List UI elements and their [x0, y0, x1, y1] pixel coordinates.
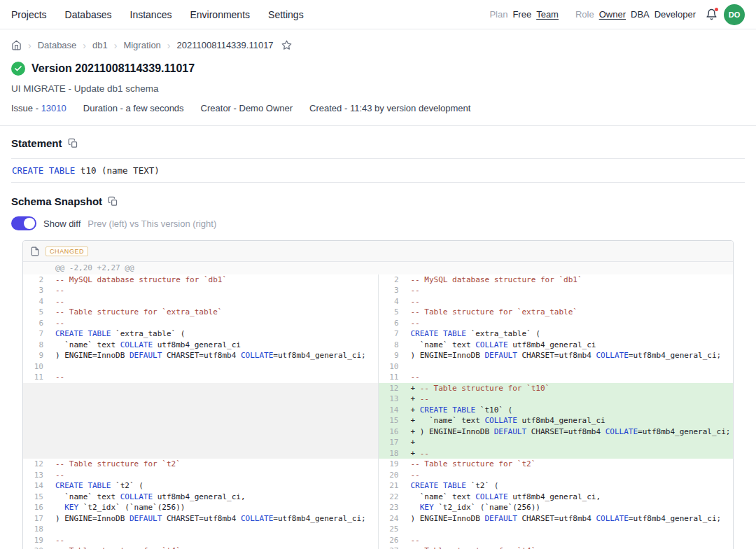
- line-number-right: 16: [379, 426, 404, 438]
- line-number-right: 20: [379, 470, 404, 481]
- diff-row: 11--11--: [23, 372, 733, 383]
- code-right: `name` text COLLATE utf8mb4_general_ci,: [404, 492, 734, 503]
- code-right: ) ENGINE=InnoDB DEFAULT CHARSET=utf8mb4 …: [404, 513, 734, 524]
- role-dba-link[interactable]: DBA: [631, 9, 650, 20]
- line-number-right: 27: [379, 545, 404, 549]
- meta-issue: Issue - 13010: [11, 103, 66, 113]
- code-left: `name` text COLLATE utf8mb4_general_ci,: [48, 492, 378, 503]
- diff-row: 1010: [23, 361, 733, 373]
- chevron-right-icon: ›: [83, 41, 86, 50]
- meta-creator: Creator - Demo Owner: [201, 103, 293, 113]
- toggle-knob: [24, 218, 35, 229]
- diff-toggle-row: Show diff Prev (left) vs This version (r…: [11, 216, 745, 230]
- diff-row: 13+ --: [23, 394, 733, 405]
- code-left: [48, 361, 378, 373]
- nav-item-projects[interactable]: Projects: [11, 9, 47, 20]
- line-number-right: 21: [379, 480, 404, 492]
- code-left: --: [48, 296, 378, 307]
- role-developer-link[interactable]: Developer: [654, 9, 696, 20]
- notification-dot: [715, 8, 718, 11]
- line-number-right: 8: [379, 340, 404, 351]
- code-left: -- Table structure for `extra_table`: [48, 307, 378, 318]
- line-number-right: 3: [379, 285, 404, 296]
- diff-rows: 2-- MySQL database structure for `db1`2-…: [23, 274, 733, 549]
- line-number-left: [23, 448, 48, 459]
- statement-heading: Statement: [11, 137, 62, 149]
- line-number-left: 15: [23, 492, 48, 503]
- nav-item-instances[interactable]: Instances: [130, 9, 172, 20]
- breadcrumb-item-2[interactable]: db1: [92, 40, 108, 50]
- nav-item-databases[interactable]: Databases: [65, 9, 112, 20]
- plan-value: Free: [512, 9, 531, 20]
- chevron-right-icon: ›: [114, 41, 118, 50]
- line-number-left: 12: [23, 459, 48, 470]
- line-number-right: 7: [379, 328, 404, 340]
- version-meta: Issue - 13010 Duration - a few seconds C…: [0, 94, 756, 125]
- diff-row: 2-- MySQL database structure for `db1`2-…: [23, 274, 733, 286]
- code-left: [48, 448, 378, 459]
- role-label: Role: [575, 9, 594, 20]
- nav-item-settings[interactable]: Settings: [268, 9, 304, 20]
- diff-row: 9) ENGINE=InnoDB DEFAULT CHARSET=utf8mb4…: [23, 350, 733, 361]
- show-diff-toggle[interactable]: [11, 216, 36, 230]
- code-right: + ) ENGINE=InnoDB DEFAULT CHARSET=utf8mb…: [404, 426, 734, 438]
- breadcrumb-item-1[interactable]: Database: [38, 40, 77, 50]
- line-number-right: 10: [379, 361, 404, 373]
- line-number-left: 5: [23, 307, 48, 318]
- main-nav: ProjectsDatabasesInstancesEnvironmentsSe…: [11, 9, 304, 20]
- code-left: -- Table structure for `t4`: [48, 545, 378, 549]
- code-right: --: [404, 372, 734, 383]
- line-number-right: 14: [379, 405, 404, 416]
- notifications-bell-icon[interactable]: [704, 7, 719, 22]
- line-number-right: 2: [379, 274, 404, 286]
- code-left: --: [48, 318, 378, 329]
- line-number-left: 16: [23, 502, 48, 513]
- code-right: + --: [404, 448, 734, 459]
- diff-row: 14+ CREATE TABLE `t10` (: [23, 405, 733, 416]
- line-number-right: 15: [379, 415, 404, 426]
- copy-snapshot-icon[interactable]: [108, 196, 118, 207]
- home-icon[interactable]: [11, 40, 22, 50]
- line-number-left: [23, 426, 48, 438]
- diff-row: 4--4--: [23, 296, 733, 307]
- breadcrumb-items: ›Database›db1›Migration›20211008114339.1…: [28, 40, 274, 50]
- line-number-right: 24: [379, 513, 404, 524]
- line-number-left: 19: [23, 535, 48, 546]
- avatar[interactable]: DO: [724, 4, 745, 25]
- code-right: ) ENGINE=InnoDB DEFAULT CHARSET=utf8mb4 …: [404, 350, 734, 361]
- code-right: --: [404, 296, 734, 307]
- code-right: + -- Table structure for `t10`: [404, 383, 734, 394]
- code-left: ) ENGINE=InnoDB DEFAULT CHARSET=utf8mb4 …: [48, 350, 378, 361]
- schema-snapshot-section: Schema Snapshot Show diff Prev (left) vs…: [0, 183, 756, 549]
- line-number-left: 11: [23, 372, 48, 383]
- line-number-left: [23, 405, 48, 416]
- diff-row: 20-- Table structure for `t4`27-- Table …: [23, 545, 733, 549]
- diff-row: 15+ `name` text COLLATE utf8mb4_general_…: [23, 415, 733, 426]
- diff-row: 16 KEY `t2_idx` (`name`(256))23 KEY `t2_…: [23, 502, 733, 513]
- code-left: CREATE TABLE `extra_table` (: [48, 328, 378, 340]
- code-left: -- MySQL database structure for `db1`: [48, 274, 378, 286]
- file-icon: [30, 246, 40, 256]
- toggle-hint: Prev (left) vs This version (right): [88, 218, 216, 229]
- role-owner-link[interactable]: Owner: [599, 9, 626, 20]
- diff-row: 13--20--: [23, 470, 733, 481]
- diff-row: 18+ --: [23, 448, 733, 459]
- code-right: --: [404, 285, 734, 296]
- breadcrumb-item-3[interactable]: Migration: [123, 40, 160, 50]
- line-number-left: [23, 415, 48, 426]
- issue-link[interactable]: 13010: [41, 103, 66, 113]
- code-right: -- Table structure for `t4`: [404, 545, 734, 549]
- code-left: --: [48, 285, 378, 296]
- meta-duration: Duration - a few seconds: [83, 103, 184, 113]
- code-right: -- Table structure for `extra_table`: [404, 307, 734, 318]
- code-right: CREATE TABLE `extra_table` (: [404, 328, 734, 340]
- copy-statement-icon[interactable]: [68, 138, 78, 148]
- code-right: --: [404, 318, 734, 329]
- nav-item-environments[interactable]: Environments: [190, 9, 250, 20]
- line-number-right: 6: [379, 318, 404, 329]
- code-left: --: [48, 470, 378, 481]
- star-icon[interactable]: [281, 40, 292, 50]
- diff-row: 5-- Table structure for `extra_table`5--…: [23, 307, 733, 318]
- breadcrumb-item-4[interactable]: 20211008114339.11017: [177, 40, 274, 50]
- team-upgrade-link[interactable]: Team: [536, 9, 559, 20]
